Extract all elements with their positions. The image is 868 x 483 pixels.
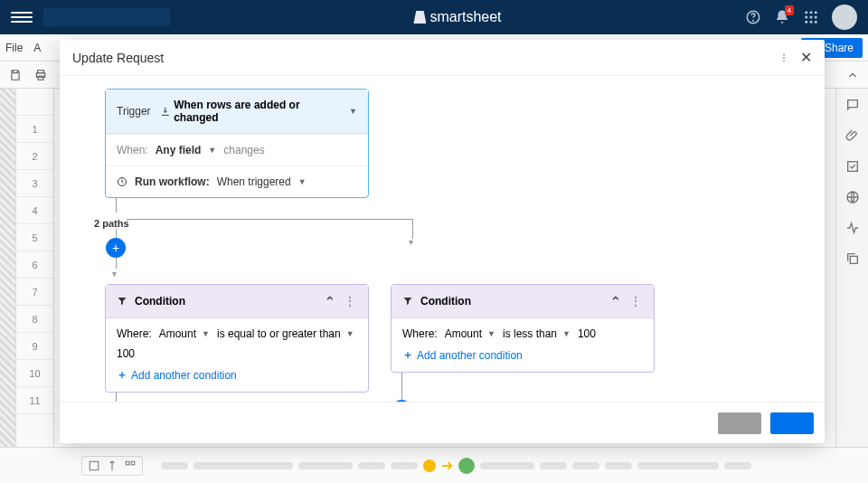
svg-point-5 <box>805 16 807 19</box>
app-topbar: smartsheet 4 <box>0 0 868 34</box>
branches: Condition ⌃ ⋮ Where: Amount▼ is equal to… <box>105 284 779 402</box>
trigger-label: Trigger <box>117 105 151 118</box>
svg-point-20 <box>783 53 785 55</box>
trigger-header: Trigger When rows are added or changed ▼ <box>106 90 368 134</box>
close-icon[interactable]: ✕ <box>800 49 812 66</box>
add-action-button[interactable]: + <box>392 400 411 402</box>
condition-header: Condition ⌃ ⋮ <box>106 285 368 318</box>
modal-body: Trigger When rows are added or changed ▼… <box>60 76 825 402</box>
notification-badge: 4 <box>785 5 794 15</box>
save-button[interactable] <box>770 412 814 434</box>
connector <box>412 219 413 239</box>
connector <box>116 198 117 213</box>
connector <box>116 258 117 269</box>
trigger-when-row: When: Any field▼ changes <box>106 134 368 166</box>
connector <box>116 229 117 238</box>
connector <box>401 373 402 400</box>
collapse-icon[interactable]: ⌃ <box>610 294 621 308</box>
condition-title: Condition <box>420 295 471 308</box>
add-condition-button[interactable]: ＋Add another condition <box>402 347 643 363</box>
collapse-icon[interactable]: ⌃ <box>325 294 335 308</box>
operator-dropdown[interactable]: is equal to or greater than▼ <box>217 327 354 340</box>
condition-line: Where: Amount▼ is equal to or greater th… <box>117 327 357 360</box>
add-path-button[interactable]: + <box>106 238 126 258</box>
field-dropdown[interactable]: Amount▼ <box>159 327 210 340</box>
svg-point-22 <box>783 60 785 62</box>
branch-right: Condition ⌃ ⋮ Where: Amount▼ is less tha… <box>391 284 655 402</box>
svg-point-6 <box>810 16 813 19</box>
condition-line: Where: Amount▼ is less than▼ 100 <box>402 327 643 340</box>
brand-text: smartsheet <box>429 9 501 25</box>
run-value-dropdown[interactable]: When triggered▼ <box>217 175 307 188</box>
where-label: Where: <box>402 327 438 340</box>
field-dropdown[interactable]: Amount▼ <box>445 327 495 340</box>
svg-point-4 <box>815 11 817 14</box>
condition-card: Condition ⌃ ⋮ Where: Amount▼ is equal to… <box>105 284 369 393</box>
condition-header: Condition ⌃ ⋮ <box>392 285 654 318</box>
condition-body: Where: Amount▼ is less than▼ 100 ＋Add an… <box>392 318 654 372</box>
brand-logo-icon <box>413 11 426 24</box>
svg-point-1 <box>753 20 754 21</box>
condition-title: Condition <box>135 295 185 308</box>
run-label: Run workflow: <box>135 175 210 188</box>
trigger-event-dropdown[interactable]: When rows are added or changed ▼ <box>160 99 357 124</box>
kebab-icon[interactable]: ⋮ <box>628 295 643 308</box>
operator-dropdown[interactable]: is less than▼ <box>503 327 571 340</box>
modal-footer <box>60 402 825 443</box>
avatar[interactable] <box>832 5 857 30</box>
when-label: When: <box>117 144 148 156</box>
help-icon[interactable] <box>745 9 761 25</box>
workflow-modal: Update Request ✕ Trigger When rows are a… <box>60 40 825 443</box>
menu-icon[interactable] <box>11 6 33 28</box>
svg-point-8 <box>805 21 807 24</box>
value-input[interactable]: 100 <box>117 347 135 360</box>
condition-body: Where: Amount▼ is equal to or greater th… <box>106 318 368 392</box>
when-field-dropdown[interactable]: Any field▼ <box>156 144 217 156</box>
bell-icon[interactable]: 4 <box>774 9 790 25</box>
topbar-actions: 4 <box>745 5 857 30</box>
sheet-title-placeholder[interactable] <box>43 8 170 26</box>
value-input[interactable]: 100 <box>578 327 596 340</box>
when-verb: changes <box>223 144 264 156</box>
kebab-icon[interactable] <box>778 49 789 66</box>
branch-left: Condition ⌃ ⋮ Where: Amount▼ is equal to… <box>105 284 369 402</box>
apps-icon[interactable] <box>803 9 819 25</box>
modal-title: Update Request <box>72 51 164 65</box>
trigger-run-row: Run workflow: When triggered▼ <box>106 166 368 197</box>
svg-point-21 <box>783 57 785 59</box>
svg-point-2 <box>805 11 807 14</box>
cancel-button[interactable] <box>718 412 761 434</box>
chevron-down-icon: ▾ <box>112 269 779 279</box>
svg-point-10 <box>815 21 817 24</box>
svg-point-7 <box>815 16 817 19</box>
kebab-icon[interactable]: ⋮ <box>343 295 357 308</box>
svg-point-9 <box>810 21 813 24</box>
trigger-card: Trigger When rows are added or changed ▼… <box>105 89 369 198</box>
where-label: Where: <box>117 327 152 340</box>
brand: smartsheet <box>170 9 745 25</box>
modal-header: Update Request ✕ <box>60 40 825 76</box>
connector <box>127 219 412 220</box>
add-condition-button[interactable]: ＋Add another condition <box>117 367 357 383</box>
connector <box>116 393 117 402</box>
chevron-down-icon: ▾ <box>409 237 413 247</box>
condition-card: Condition ⌃ ⋮ Where: Amount▼ is less tha… <box>391 284 655 373</box>
svg-point-3 <box>810 11 813 14</box>
